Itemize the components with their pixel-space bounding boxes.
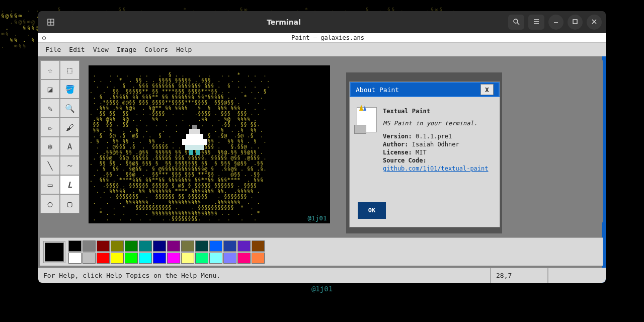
swatch[interactable] (181, 253, 194, 264)
swatch[interactable] (181, 240, 194, 252)
new-tab-button[interactable] (42, 15, 59, 30)
hamburger-icon (533, 18, 540, 27)
canvas-signature: @1j01 (307, 216, 327, 221)
swatch[interactable] (68, 240, 82, 252)
pick-color-tool[interactable]: ✎ (40, 99, 60, 118)
close-icon (591, 18, 597, 26)
hamburger-button[interactable] (528, 15, 544, 30)
line-tool[interactable]: ╲ (40, 156, 60, 175)
dialog-title: About Paint (356, 86, 399, 94)
swatch[interactable] (237, 240, 251, 252)
menu-colors[interactable]: Colors (140, 44, 172, 55)
window-titlebar: Terminal (38, 11, 606, 33)
swatch[interactable] (97, 253, 110, 264)
menu-edit[interactable]: Edit (65, 44, 89, 55)
swatch[interactable] (209, 240, 222, 252)
swatch[interactable] (195, 253, 208, 264)
search-button[interactable] (508, 15, 524, 30)
app-name: Textual Paint (383, 107, 493, 115)
swatch[interactable] (195, 240, 208, 252)
rectangle-tool[interactable]: ▭ (40, 175, 60, 194)
svg-point-3 (514, 19, 518, 23)
current-colors[interactable] (43, 241, 65, 263)
brush-tool[interactable]: 🖌 (60, 118, 79, 137)
status-coords: 28,7 (491, 268, 548, 283)
free-select-tool[interactable]: ☆ (40, 60, 60, 79)
swatch[interactable] (83, 253, 96, 264)
canvas-area: . . . . . . . § . . . . . . * . . . . . … (84, 60, 603, 222)
search-icon (513, 18, 520, 27)
app-icon (357, 107, 377, 132)
terminal-window: Terminal ○ Paint — galaxies.ans File Edi… (38, 11, 606, 283)
canvas-sprite (182, 125, 212, 160)
canvas[interactable]: . . . . . . . § . . . . . . * . . . . . … (89, 65, 330, 223)
minimize-icon (553, 18, 559, 26)
swatch[interactable] (125, 240, 138, 252)
swatch[interactable] (139, 240, 152, 252)
dialog-titlebar[interactable]: About Paint X (350, 82, 500, 97)
fill-tool[interactable]: 🪣 (60, 79, 79, 99)
source-link[interactable]: github.com/1j01/textual-paint (383, 165, 489, 172)
airbrush-tool[interactable]: ✻ (40, 137, 60, 156)
status-bar: For Help, click Help Topics on the Help … (38, 268, 606, 283)
swatch[interactable] (252, 240, 265, 252)
window-title: Terminal (59, 18, 508, 26)
dialog-close-button[interactable]: X (480, 84, 494, 95)
terminal-content: ○ Paint — galaxies.ans File Edit View Im… (38, 33, 606, 283)
rounded-rect-tool[interactable]: ▢ (60, 194, 79, 213)
swatch[interactable] (97, 240, 110, 252)
menu-file[interactable]: File (41, 44, 65, 55)
select-tool[interactable]: ⬚ (60, 60, 79, 79)
close-icon: X (485, 86, 489, 94)
svg-rect-9 (573, 20, 577, 24)
ellipse-tool[interactable]: ◯ (40, 194, 60, 213)
maximize-icon (572, 18, 578, 26)
menu-image[interactable]: Image (113, 44, 140, 55)
about-dialog: About Paint X Textual Paint MS Paint in … (349, 82, 500, 227)
author-handle: @1j01 (0, 285, 644, 293)
swatch[interactable] (223, 240, 236, 252)
svg-line-4 (517, 23, 519, 25)
dialog-text: Textual Paint MS Paint in your terminal.… (383, 107, 493, 173)
minimize-button[interactable] (548, 15, 564, 30)
toolbox: ☆⬚◪🪣✎🔍✏🖌✻A╲～▭L◯▢ (40, 60, 79, 213)
close-button[interactable] (587, 15, 602, 30)
swatch[interactable] (252, 253, 265, 264)
swatch[interactable] (153, 240, 166, 252)
text-tool[interactable]: A (60, 137, 79, 156)
swatch[interactable] (111, 253, 124, 264)
menu-help[interactable]: Help (172, 44, 196, 55)
app-title: Paint — galaxies.ans (50, 34, 606, 41)
swatch[interactable] (111, 240, 124, 252)
swatch[interactable] (209, 253, 222, 264)
menubar: File Edit View Image Colors Help (38, 42, 606, 56)
swatch[interactable] (153, 253, 166, 264)
color-palette (40, 237, 603, 266)
app-tagline: MS Paint in your terminal. (383, 119, 493, 127)
ok-button[interactable]: OK (358, 202, 386, 219)
swatch[interactable] (83, 240, 96, 252)
polygon-tool[interactable]: L (60, 175, 79, 194)
app-titlebar: ○ Paint — galaxies.ans (38, 33, 606, 42)
pencil-tool[interactable]: ✏ (40, 118, 60, 137)
menu-view[interactable]: View (89, 44, 113, 55)
status-message: For Help, click Help Topics on the Help … (38, 268, 491, 283)
swatch[interactable] (125, 253, 138, 264)
eraser-tool[interactable]: ◪ (40, 79, 60, 99)
swatch[interactable] (68, 253, 82, 264)
swatch[interactable] (237, 253, 251, 264)
swatch[interactable] (139, 253, 152, 264)
magnifier-tool[interactable]: 🔍 (60, 99, 79, 118)
curve-tool[interactable]: ～ (60, 156, 79, 175)
swatch[interactable] (167, 253, 180, 264)
maximize-button[interactable] (568, 15, 583, 30)
swatch[interactable] (223, 253, 236, 264)
app-control-icon[interactable]: ○ (38, 34, 50, 41)
swatch[interactable] (167, 240, 180, 252)
